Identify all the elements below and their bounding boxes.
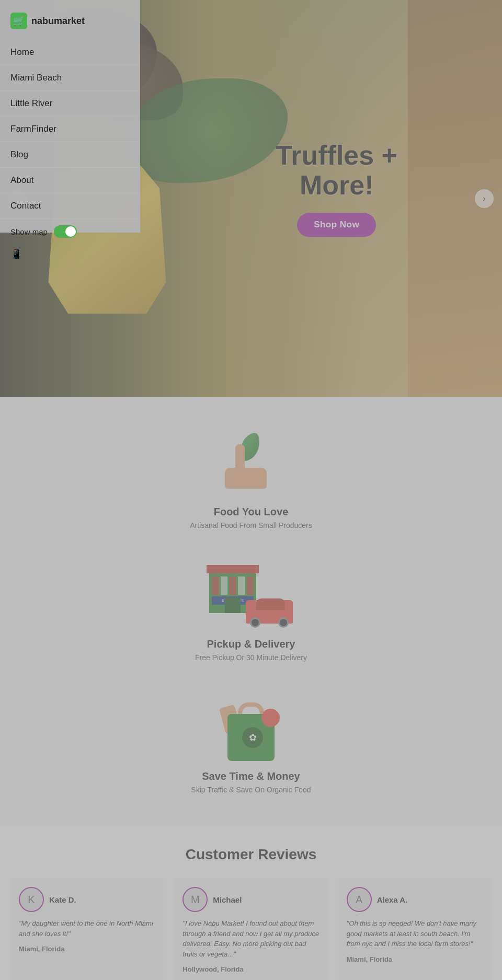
nav-item-about[interactable]: About [0, 168, 140, 193]
feature-food-you-love: Food You Love Artisanal Food From Small … [0, 418, 502, 550]
nav-item-miami-beach[interactable]: Miami Beach [0, 65, 140, 91]
car-wheel-1 [250, 617, 260, 628]
reviewer-header-2: A Alexa A. [347, 887, 483, 912]
shop-now-button[interactable]: Shop Now [297, 213, 376, 237]
bag-fruit [261, 709, 280, 727]
nav-item-farmfinder[interactable]: FarmFinder [0, 117, 140, 142]
reviewer-avatar-0: K [19, 887, 44, 912]
review-card-2: A Alexa A. "Oh this is so needed! We don… [338, 879, 492, 980]
nav-item-little-river[interactable]: Little River [0, 91, 140, 117]
review-text-0: "My daughter went to the one in North Mi… [19, 918, 155, 939]
reviews-grid: K Kate D. "My daughter went to the one i… [10, 879, 492, 980]
palm-icon [225, 468, 267, 489]
nav-item-blog[interactable]: Blog [0, 142, 140, 168]
phone-icon: 📱 [0, 244, 140, 264]
show-map-row: Show map [0, 219, 140, 244]
show-map-label: Show map [10, 227, 48, 236]
car-top [256, 598, 285, 610]
navigation-drawer: 🛒 nabumarket Home Miami Beach Little Riv… [0, 0, 140, 233]
reviewer-avatar-1: M [182, 887, 208, 912]
feature-icon-save: ✿ [209, 698, 293, 761]
reviewer-location-2: Miami, Florida [347, 955, 483, 963]
car-wheel-2 [278, 617, 289, 628]
review-card-0: K Kate D. "My daughter went to the one i… [10, 879, 164, 980]
hero-headline: Truffles + More! [276, 141, 397, 200]
nav-item-contact[interactable]: Contact [0, 193, 140, 219]
store-door [225, 597, 241, 613]
show-map-toggle[interactable] [54, 225, 77, 238]
logo-icon: 🛒 [10, 13, 27, 29]
feature-title-pickup: Pickup & Delivery [207, 638, 295, 650]
reviewer-name-2: Alexa A. [377, 895, 408, 904]
reviewer-name-0: Kate D. [49, 895, 76, 904]
logo-text: nabumarket [31, 16, 85, 27]
reviewer-header-1: M Michael [182, 887, 319, 912]
carousel-next-button[interactable]: › [475, 189, 494, 208]
feature-pickup-delivery: GROCERIES Pickup & Deliver [0, 550, 502, 683]
feature-save-time: ✿ Save Time & Money Skip Traffic & Save … [0, 683, 502, 815]
feature-icon-pickup: GROCERIES [209, 566, 293, 629]
logo-area[interactable]: 🛒 nabumarket [0, 8, 140, 40]
store-roof [207, 565, 259, 573]
feature-subtitle-pickup: Free Pickup Or 30 Minute Delivery [195, 653, 307, 662]
reviewer-header-0: K Kate D. [19, 887, 155, 912]
reviews-section: Customer Reviews K Kate D. "My daughter … [0, 825, 502, 980]
reviews-title: Customer Reviews [10, 846, 492, 863]
feature-icon-food [209, 434, 293, 497]
review-text-2: "Oh this is so needed! We don't have man… [347, 918, 483, 949]
finger-icon [235, 444, 245, 470]
hero-text-area: Truffles + More! Shop Now [276, 141, 397, 237]
feature-title-food: Food You Love [214, 506, 289, 518]
nav-item-home[interactable]: Home [0, 40, 140, 65]
feature-subtitle-food: Artisanal Food From Small Producers [190, 521, 312, 529]
reviewer-location-1: Hollywood, Florida [182, 965, 319, 973]
reviewer-avatar-2: A [347, 887, 372, 912]
review-card-1: M Michael "I love Nabu Market! I found o… [174, 879, 327, 980]
shopping-bag-icon: ✿ [225, 698, 277, 761]
review-text-1: "I love Nabu Market! I found out about t… [182, 918, 319, 959]
features-section: Food You Love Artisanal Food From Small … [0, 397, 502, 825]
feature-title-save: Save Time & Money [202, 770, 300, 782]
toggle-knob [65, 226, 76, 237]
bag-logo: ✿ [242, 727, 263, 748]
feature-subtitle-save: Skip Traffic & Save On Organic Food [191, 786, 311, 794]
car-body [246, 600, 293, 624]
store-car-icon: GROCERIES [209, 571, 293, 624]
hand-icon [220, 442, 282, 489]
reviewer-location-0: Miami, Florida [19, 945, 155, 953]
store-stripes [212, 577, 254, 595]
reviewer-name-1: Michael [213, 895, 242, 904]
